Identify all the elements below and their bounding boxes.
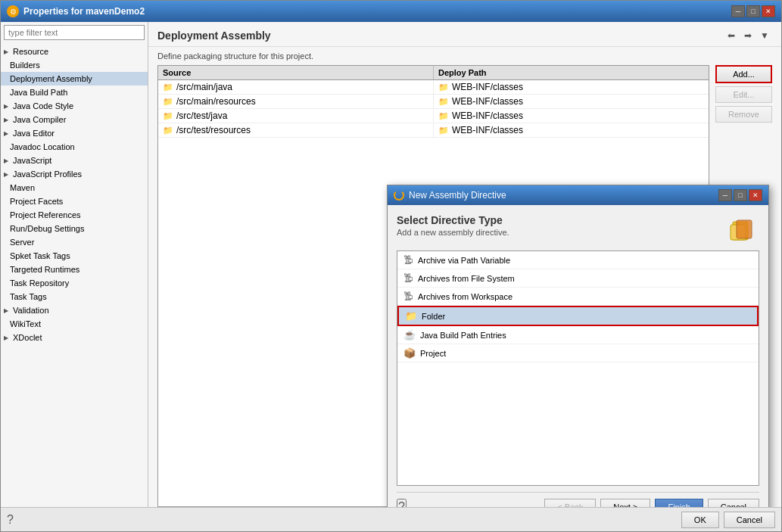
- filter-input[interactable]: [4, 25, 145, 40]
- sidebar-item-java-build-path[interactable]: Java Build Path: [1, 86, 148, 99]
- modal-subtext: Add a new assembly directive.: [397, 228, 509, 237]
- sidebar-item-server[interactable]: Server: [1, 235, 148, 249]
- directive-label: Archives from Workspace: [418, 292, 513, 301]
- sidebar-item-targeted-runtimes[interactable]: Targeted Runtimes: [1, 263, 148, 276]
- source-cell: 📁/src/test/java: [158, 109, 434, 123]
- finish-button[interactable]: Finish: [655, 499, 703, 507]
- expand-arrow-icon: ▶: [4, 117, 8, 123]
- archive-icon: 🗜: [403, 291, 413, 302]
- directive-item-java-build-path-entries[interactable]: ☕Java Build Path Entries: [397, 326, 759, 344]
- sidebar-item-label: Deployment Assembly: [10, 74, 92, 83]
- modal-close-button[interactable]: ✕: [749, 189, 762, 201]
- sidebar-item-java-editor[interactable]: ▶Java Editor: [1, 126, 148, 140]
- next-button[interactable]: Next >: [600, 499, 650, 507]
- sidebar: ▶ResourceBuildersDeployment AssemblyJava…: [1, 22, 148, 507]
- sidebar-item-java-code-style[interactable]: ▶Java Code Style: [1, 99, 148, 113]
- directive-item-folder[interactable]: 📁Folder: [397, 306, 759, 326]
- modal-title-bar: New Assembly Directive ─ □ ✕: [388, 185, 768, 205]
- table-row[interactable]: 📁/src/main/java📁WEB-INF/classes: [158, 80, 709, 95]
- folder-icon: 📁: [163, 82, 173, 92]
- table-row[interactable]: 📁/src/main/resources📁WEB-INF/classes: [158, 95, 709, 109]
- modal-body: Select Directive Type Add a new assembly…: [388, 205, 768, 507]
- modal-cancel-button[interactable]: Cancel: [708, 499, 759, 507]
- maximize-button[interactable]: □: [746, 5, 760, 17]
- sidebar-item-label: Validation: [13, 306, 49, 315]
- remove-button[interactable]: Remove: [715, 106, 772, 123]
- deploy-folder-icon: 📁: [438, 126, 449, 135]
- footer-help-icon[interactable]: ?: [7, 513, 14, 527]
- sidebar-item-javascript-profiles[interactable]: ▶JavaScript Profiles: [1, 167, 148, 181]
- modal-minimize-button[interactable]: ─: [718, 189, 732, 201]
- add-button[interactable]: Add...: [715, 65, 772, 83]
- sidebar-item-deployment-assembly[interactable]: Deployment Assembly: [1, 72, 148, 86]
- toolbar-forward-icon[interactable]: ➡: [740, 28, 756, 43]
- sidebar-item-label: Resource: [13, 47, 48, 56]
- expand-arrow-icon: ▶: [4, 157, 8, 164]
- sidebar-item-label: JavaScript: [13, 156, 51, 165]
- toolbar-back-icon[interactable]: ⬅: [724, 28, 739, 43]
- modal-heading: Select Directive Type: [397, 214, 509, 226]
- sidebar-item-spket-task-tags[interactable]: Spket Task Tags: [1, 249, 148, 263]
- table-row[interactable]: 📁/src/test/resources📁WEB-INF/classes: [158, 123, 709, 138]
- sidebar-item-label: Task Repository: [10, 278, 69, 288]
- directive-label: Java Build Path Entries: [420, 331, 506, 340]
- modal-header-icon: [729, 214, 759, 244]
- sidebar-item-xdoclet[interactable]: ▶XDoclet: [1, 331, 148, 344]
- sidebar-item-label: Run/Debug Settings: [10, 224, 84, 233]
- sidebar-item-builders[interactable]: Builders: [1, 58, 148, 72]
- sidebar-item-javascript[interactable]: ▶JavaScript: [1, 154, 148, 167]
- directive-list: 🗜Archive via Path Variable🗜Archives from…: [397, 250, 759, 486]
- sidebar-item-label: Maven: [10, 183, 35, 192]
- sidebar-item-javadoc-location[interactable]: Javadoc Location: [1, 140, 148, 154]
- directive-label: Archive via Path Variable: [418, 256, 510, 265]
- sidebar-item-label: Project References: [10, 210, 81, 219]
- window-icon: ⚙: [7, 5, 19, 17]
- close-button[interactable]: ✕: [762, 5, 775, 17]
- sidebar-item-java-compiler[interactable]: ▶Java Compiler: [1, 113, 148, 126]
- source-cell: 📁/src/test/resources: [158, 123, 434, 137]
- directive-item-archive-via-path-variable[interactable]: 🗜Archive via Path Variable: [397, 251, 759, 269]
- java-icon: ☕: [403, 329, 416, 341]
- sidebar-item-project-references[interactable]: Project References: [1, 208, 148, 222]
- deploy-path-cell: 📁WEB-INF/classes: [434, 80, 709, 94]
- back-button[interactable]: < Back: [544, 499, 596, 507]
- expand-arrow-icon: ▶: [4, 130, 8, 137]
- sidebar-item-label: Java Code Style: [13, 101, 73, 110]
- sidebar-item-label: WikiText: [10, 319, 41, 328]
- sidebar-item-run/debug-settings[interactable]: Run/Debug Settings: [1, 222, 148, 235]
- sidebar-item-task-tags[interactable]: Task Tags: [1, 290, 148, 303]
- window-title: Properties for mavenDemo2: [23, 6, 145, 17]
- sidebar-item-maven[interactable]: Maven: [1, 181, 148, 194]
- page-title: Deployment Assembly: [157, 30, 271, 42]
- sidebar-item-project-facets[interactable]: Project Facets: [1, 194, 148, 208]
- modal-footer: ? < Back Next > Finish Cancel: [397, 492, 759, 507]
- folder-icon: 📁: [163, 111, 173, 121]
- sidebar-item-resource[interactable]: ▶Resource: [1, 45, 148, 58]
- sidebar-item-task-repository[interactable]: Task Repository: [1, 276, 148, 290]
- sidebar-list: ▶ResourceBuildersDeployment AssemblyJava…: [1, 43, 148, 507]
- directive-item-archives-from-workspace[interactable]: 🗜Archives from Workspace: [397, 288, 759, 306]
- expand-arrow-icon: ▶: [4, 307, 8, 314]
- sidebar-item-label: Builders: [10, 61, 40, 70]
- toolbar-dropdown-icon[interactable]: ▼: [757, 28, 772, 43]
- ok-button[interactable]: OK: [681, 512, 719, 528]
- deploy-folder-icon: 📁: [438, 111, 449, 121]
- edit-button[interactable]: Edit...: [715, 86, 772, 103]
- minimize-button[interactable]: ─: [731, 5, 745, 17]
- modal-dialog: New Assembly Directive ─ □ ✕ Select Dire…: [387, 185, 769, 507]
- sidebar-item-label: Spket Task Tags: [10, 251, 70, 260]
- sidebar-item-label: Task Tags: [10, 292, 47, 301]
- directive-item-project[interactable]: 📦Project: [397, 344, 759, 362]
- modal-maximize-button[interactable]: □: [734, 189, 747, 201]
- sidebar-item-validation[interactable]: ▶Validation: [1, 303, 148, 317]
- deploy-folder-icon: 📁: [438, 82, 449, 92]
- archive-icon: 🗜: [403, 272, 413, 284]
- table-row[interactable]: 📁/src/test/java📁WEB-INF/classes: [158, 109, 709, 123]
- archive-icon: 🗜: [403, 254, 413, 266]
- modal-help-button[interactable]: ?: [397, 499, 407, 507]
- sidebar-item-wikitext[interactable]: WikiText: [1, 317, 148, 331]
- directive-item-archives-from-file-system[interactable]: 🗜Archives from File System: [397, 269, 759, 288]
- table-header: Source Deploy Path: [158, 66, 709, 80]
- cancel-button[interactable]: Cancel: [724, 512, 775, 528]
- sidebar-item-label: Server: [10, 238, 34, 247]
